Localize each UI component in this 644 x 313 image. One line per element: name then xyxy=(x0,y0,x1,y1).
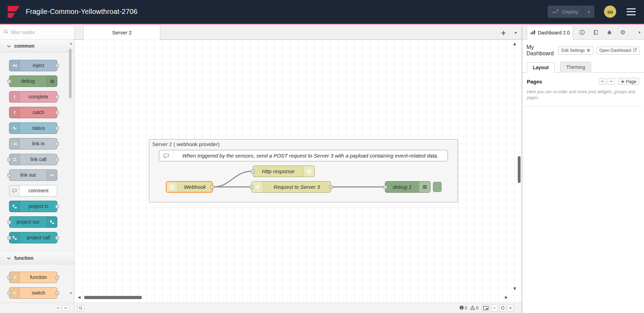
palette-category-label: function xyxy=(14,255,33,261)
flow-list-button[interactable]: ▾ xyxy=(515,25,517,40)
node-output-port[interactable] xyxy=(329,185,333,189)
config-tab-icon[interactable]: ⚙ xyxy=(619,28,627,37)
node-webhook[interactable]: Webhook xyxy=(166,181,213,193)
sidebar-menu-icon[interactable]: ▾ xyxy=(638,30,641,35)
palette-node-function[interactable]: f function xyxy=(9,272,57,283)
palette-scrollbar[interactable] xyxy=(69,49,72,98)
palette-node-complete[interactable]: complete xyxy=(9,91,57,103)
palette-node-comment[interactable]: comment xyxy=(9,185,57,196)
canvas-hscrollbar[interactable] xyxy=(84,296,142,299)
palette-node-project-call[interactable]: project call xyxy=(9,232,57,243)
node-output-port[interactable] xyxy=(210,185,214,189)
palette-scroll-up-icon[interactable]: ▲ xyxy=(70,42,72,45)
palette-node-catch[interactable]: catch xyxy=(9,107,57,118)
alert-icon xyxy=(9,91,20,102)
node-input-port[interactable] xyxy=(251,169,255,173)
node-output-port xyxy=(55,204,59,208)
canvas-vscrollbar[interactable] xyxy=(518,156,521,183)
palette-node-project-out[interactable]: project out xyxy=(9,216,57,228)
palette-footer xyxy=(0,303,74,313)
project-icon xyxy=(9,201,20,212)
tab-theming[interactable]: Theming xyxy=(560,62,591,73)
comment-icon xyxy=(9,185,20,196)
zoom-reset-button[interactable] xyxy=(499,305,506,312)
move-page-up-button[interactable] xyxy=(599,78,606,85)
palette-node-label: complete xyxy=(20,91,57,102)
info-tab-icon[interactable] xyxy=(578,28,586,37)
palette-search[interactable] xyxy=(0,25,74,40)
canvas-scroll-down-icon[interactable]: ▼ xyxy=(513,287,516,291)
app-logo-icon xyxy=(7,5,21,19)
debug-tab-icon[interactable] xyxy=(605,28,613,37)
node-http-response[interactable]: Http response xyxy=(253,166,315,177)
palette-node-link-out[interactable]: link out xyxy=(9,169,57,181)
flow-tab-server-2[interactable]: Server 2 xyxy=(83,25,160,40)
flow-tab-label: Server 2 xyxy=(112,30,132,35)
open-dashboard-button[interactable]: Open Dashboard xyxy=(596,47,640,55)
inject-icon xyxy=(9,60,20,71)
collapse-categories-button[interactable] xyxy=(55,305,61,311)
palette-node-debug[interactable]: debug xyxy=(9,75,57,87)
palette-node-link-call[interactable]: link call xyxy=(9,154,57,165)
main-menu-button[interactable] xyxy=(627,8,636,15)
palette-node-label: inject xyxy=(20,60,57,71)
node-output-port xyxy=(55,64,59,67)
warning-count-icon[interactable] xyxy=(470,305,475,311)
canvas-scroll-up-icon[interactable]: ▲ xyxy=(513,42,516,46)
help-tab-icon[interactable] xyxy=(591,28,600,37)
node-http-request[interactable]: Request to Server 3 xyxy=(251,181,331,193)
edit-settings-button[interactable]: Edit Settings ⚙ xyxy=(558,47,593,55)
move-page-down-button[interactable] xyxy=(607,78,615,85)
palette-node-project-in[interactable]: project in xyxy=(9,201,57,212)
minimap-toggle-button[interactable] xyxy=(482,305,490,312)
deploy-options-button[interactable]: ▾ xyxy=(583,6,594,18)
node-palette: common inject debug xyxy=(0,25,74,313)
node-label: Request to Server 3 xyxy=(263,182,331,192)
search-flows-button[interactable] xyxy=(77,305,84,312)
pulse-icon xyxy=(9,123,20,134)
palette-category-common[interactable]: common xyxy=(0,40,74,53)
debug-icon xyxy=(47,76,57,87)
add-flow-button[interactable]: + xyxy=(501,25,506,40)
node-input-port[interactable] xyxy=(250,185,253,189)
palette-node-status[interactable]: status xyxy=(9,122,57,134)
node-output-port xyxy=(55,142,59,146)
info-count-icon[interactable] xyxy=(459,305,464,311)
add-page-button[interactable]: + Page xyxy=(618,78,639,85)
tab-layout[interactable]: Layout xyxy=(527,62,555,73)
canvas-scroll-right-icon[interactable]: ▶ xyxy=(505,295,508,299)
palette-node-label: status xyxy=(20,123,57,134)
node-input-port[interactable] xyxy=(383,185,387,189)
user-avatar[interactable]: su xyxy=(604,6,616,18)
sidebar-tab-label: Dashboard 2.0 xyxy=(538,30,570,35)
workspace: Server 2 + ▾ Server 2 ( webhook provider… xyxy=(74,25,522,313)
zoom-out-button[interactable]: − xyxy=(491,305,498,312)
deploy-button[interactable]: Deploy ▾ xyxy=(548,6,594,18)
debug-icon xyxy=(419,182,430,192)
zoom-in-button[interactable]: + xyxy=(507,305,514,312)
flow-canvas[interactable]: Server 2 ( webhook provider) When trigge… xyxy=(74,40,522,303)
expand-categories-button[interactable] xyxy=(62,305,69,311)
link-out-icon xyxy=(47,170,57,180)
bar-chart-icon xyxy=(530,30,536,35)
palette-search-input[interactable] xyxy=(11,30,63,35)
palette-scroll-area[interactable]: common inject debug xyxy=(0,40,74,303)
palette-node-switch[interactable]: switch xyxy=(9,287,57,299)
chevron-down-icon xyxy=(7,255,11,261)
node-debug-1[interactable]: debug 1 xyxy=(385,181,430,193)
palette-category-function[interactable]: function xyxy=(0,251,74,264)
flow-tabbar: Server 2 + ▾ xyxy=(74,25,522,40)
sidebar-tab-dashboard[interactable]: Dashboard 2.0 xyxy=(527,25,573,40)
node-output-port xyxy=(55,158,59,161)
svg-text:f: f xyxy=(14,275,16,280)
palette-node-inject[interactable]: inject xyxy=(9,60,57,71)
palette-category-label: common xyxy=(14,43,34,49)
dashboard-panel: My Dashboard Edit Settings ⚙ Open Dashbo… xyxy=(522,40,644,313)
comment-node[interactable]: When triggered by the sensors, send a PO… xyxy=(159,150,448,161)
canvas-scroll-left-icon[interactable]: ◀ xyxy=(78,295,81,299)
dashboard-title: My Dashboard xyxy=(526,44,555,57)
dashboard-tabs: Layout Theming xyxy=(522,62,644,73)
debug-toggle-button[interactable] xyxy=(433,182,442,192)
palette-scroll-down-icon[interactable]: ▼ xyxy=(70,292,72,295)
palette-node-link-in[interactable]: link in xyxy=(9,138,57,150)
